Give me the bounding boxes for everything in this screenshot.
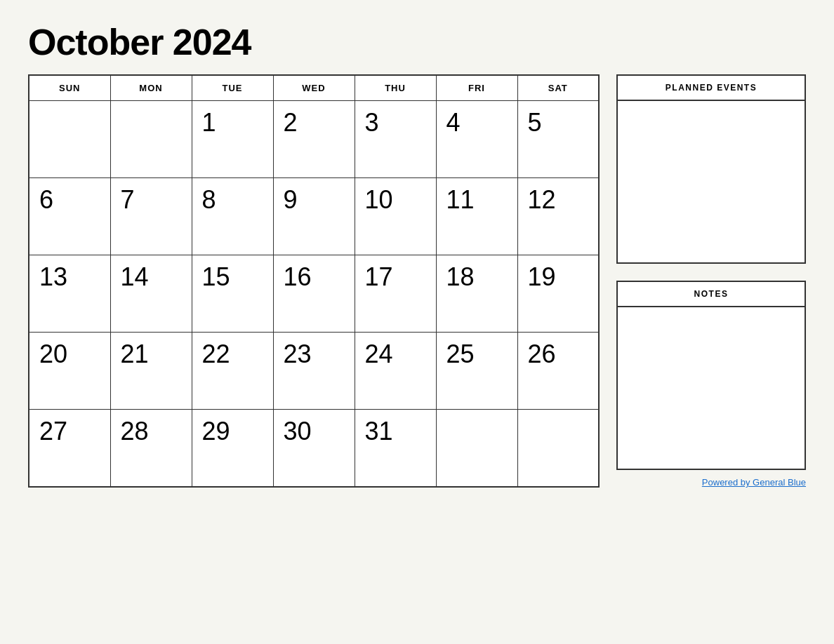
planned-events-header: PLANNED EVENTS xyxy=(618,76,805,101)
planned-events-box: PLANNED EVENTS xyxy=(616,74,806,264)
notes-body xyxy=(618,307,805,469)
main-layout: SUN MON TUE WED THU FRI SAT 123456789101… xyxy=(28,74,806,488)
calendar-day-4-0[interactable]: 27 xyxy=(29,410,110,487)
calendar-table: SUN MON TUE WED THU FRI SAT 123456789101… xyxy=(28,74,600,488)
planned-events-body xyxy=(618,101,805,262)
calendar-body: 1234567891011121314151617181920212223242… xyxy=(29,101,599,487)
calendar-day-4-5[interactable] xyxy=(436,410,517,487)
calendar-day-0-3[interactable]: 2 xyxy=(273,101,355,178)
calendar-day-1-3[interactable]: 9 xyxy=(273,178,355,255)
calendar-day-0-1[interactable] xyxy=(110,101,192,178)
calendar-day-2-4[interactable]: 17 xyxy=(355,255,436,333)
calendar-day-4-4[interactable]: 31 xyxy=(355,410,436,487)
calendar-week-4: 2728293031 xyxy=(29,410,599,487)
header-wed: WED xyxy=(273,75,355,101)
calendar-day-1-0[interactable]: 6 xyxy=(29,178,110,255)
calendar-day-3-5[interactable]: 25 xyxy=(436,333,517,410)
calendar-day-2-2[interactable]: 15 xyxy=(192,255,273,333)
calendar-day-4-2[interactable]: 29 xyxy=(192,410,273,487)
calendar-day-4-1[interactable]: 28 xyxy=(110,410,192,487)
calendar-day-0-5[interactable]: 4 xyxy=(436,101,517,178)
calendar-day-0-2[interactable]: 1 xyxy=(192,101,273,178)
header-tue: TUE xyxy=(192,75,273,101)
days-header-row: SUN MON TUE WED THU FRI SAT xyxy=(29,75,599,101)
calendar-title: October 2024 xyxy=(28,21,806,63)
calendar-day-1-5[interactable]: 11 xyxy=(436,178,517,255)
calendar-day-0-4[interactable]: 3 xyxy=(355,101,436,178)
calendar-day-3-3[interactable]: 23 xyxy=(273,333,355,410)
calendar-day-1-4[interactable]: 10 xyxy=(355,178,436,255)
calendar-day-1-2[interactable]: 8 xyxy=(192,178,273,255)
calendar-week-3: 20212223242526 xyxy=(29,333,599,410)
calendar-day-2-5[interactable]: 18 xyxy=(436,255,517,333)
notes-box: NOTES xyxy=(616,281,806,470)
calendar-week-0: 12345 xyxy=(29,101,599,178)
calendar-week-2: 13141516171819 xyxy=(29,255,599,333)
calendar-day-4-3[interactable]: 30 xyxy=(273,410,355,487)
calendar-day-3-6[interactable]: 26 xyxy=(517,333,599,410)
calendar-day-2-1[interactable]: 14 xyxy=(110,255,192,333)
calendar-day-3-1[interactable]: 21 xyxy=(110,333,192,410)
calendar-day-3-0[interactable]: 20 xyxy=(29,333,110,410)
header-sat: SAT xyxy=(517,75,599,101)
powered-by: Powered by General Blue xyxy=(616,477,806,488)
header-fri: FRI xyxy=(436,75,517,101)
calendar-day-4-6[interactable] xyxy=(517,410,599,487)
calendar-day-2-0[interactable]: 13 xyxy=(29,255,110,333)
calendar-day-1-6[interactable]: 12 xyxy=(517,178,599,255)
notes-header: NOTES xyxy=(618,282,805,307)
calendar-day-2-6[interactable]: 19 xyxy=(517,255,599,333)
header-sun: SUN xyxy=(29,75,110,101)
header-thu: THU xyxy=(355,75,436,101)
header-mon: MON xyxy=(110,75,192,101)
calendar-day-3-4[interactable]: 24 xyxy=(355,333,436,410)
calendar-section: SUN MON TUE WED THU FRI SAT 123456789101… xyxy=(28,74,600,488)
calendar-week-1: 6789101112 xyxy=(29,178,599,255)
calendar-day-0-0[interactable] xyxy=(29,101,110,178)
sidebar: PLANNED EVENTS NOTES Powered by General … xyxy=(616,74,806,488)
page: October 2024 SUN MON TUE WED THU FRI SAT… xyxy=(0,0,834,644)
calendar-day-0-6[interactable]: 5 xyxy=(517,101,599,178)
calendar-day-3-2[interactable]: 22 xyxy=(192,333,273,410)
calendar-day-1-1[interactable]: 7 xyxy=(110,178,192,255)
sidebar-gap xyxy=(616,264,806,281)
calendar-day-2-3[interactable]: 16 xyxy=(273,255,355,333)
powered-by-link[interactable]: Powered by General Blue xyxy=(702,477,806,488)
